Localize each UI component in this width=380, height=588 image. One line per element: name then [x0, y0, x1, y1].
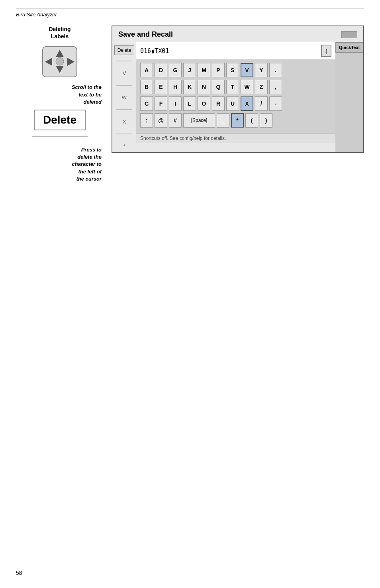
- key-B[interactable]: B: [140, 80, 153, 94]
- key-dash[interactable]: -: [269, 96, 282, 111]
- key-Z[interactable]: Z: [255, 80, 268, 94]
- key-T[interactable]: T: [226, 80, 239, 94]
- status-bar: Shortcuts off. See config/help for detai…: [136, 133, 335, 143]
- key-Q[interactable]: Q: [212, 80, 225, 94]
- key-A[interactable]: A: [140, 63, 153, 77]
- key-at[interactable]: @: [155, 113, 167, 128]
- input-text[interactable]: 016▮TX01: [140, 47, 169, 55]
- page-number: 58: [16, 570, 22, 576]
- key-slash[interactable]: /: [255, 96, 268, 111]
- top-rule: [16, 8, 364, 8]
- key-lparen[interactable]: (: [245, 113, 258, 128]
- keyboard-row-3: C F I L O R U X / -: [140, 96, 331, 111]
- side-delete-button[interactable]: Delete: [114, 45, 134, 55]
- key-F[interactable]: F: [155, 96, 167, 111]
- side-label-w: W: [122, 94, 127, 100]
- keyboard-row-2: B E H K N Q T W Z ,: [140, 80, 331, 94]
- press-instruction: Press to delete the character to the lef…: [16, 146, 104, 183]
- key-J[interactable]: J: [183, 63, 196, 77]
- left-column: Deleting Labels: [16, 26, 104, 183]
- dialog-body: Delete V W X: [112, 42, 363, 152]
- key-asterisk[interactable]: *: [231, 113, 244, 128]
- spacer-2: [116, 85, 132, 86]
- side-label-v: V: [123, 70, 126, 76]
- key-I[interactable]: I: [169, 96, 182, 111]
- spacer-4: [116, 134, 132, 134]
- input-row: 016▮TX01 ↕: [136, 42, 335, 60]
- key-H[interactable]: H: [169, 80, 182, 94]
- key-K[interactable]: K: [183, 80, 196, 94]
- divider-line: [32, 136, 88, 137]
- page-container: Bird Site Analyzer Deleting Labels: [0, 0, 380, 588]
- page-header: Bird Site Analyzer: [16, 12, 364, 18]
- key-M[interactable]: M: [198, 63, 210, 77]
- key-W[interactable]: W: [241, 80, 253, 94]
- side-label-star: *: [123, 143, 125, 149]
- delete-button-label: Delete: [43, 114, 76, 126]
- key-P[interactable]: P: [212, 63, 225, 77]
- key-hash[interactable]: #: [169, 113, 182, 128]
- key-X[interactable]: X: [241, 96, 253, 111]
- key-V[interactable]: V: [241, 63, 253, 77]
- dialog-title-bar: Save and Recall: [112, 26, 363, 42]
- delete-button-visual[interactable]: Delete: [34, 110, 86, 130]
- status-text: Shortcuts off. See config/help for detai…: [140, 136, 226, 141]
- key-G[interactable]: G: [169, 63, 182, 77]
- quicktext-button[interactable]: QuickText: [335, 42, 363, 53]
- dialog-title: Save and Recall: [118, 30, 173, 39]
- keyboard-grid: A D G J M P S V Y .: [136, 60, 335, 133]
- keyboard-panel: 016▮TX01 ↕ A D G J M: [136, 42, 335, 152]
- right-column: Save and Recall Delete V: [112, 26, 364, 183]
- header-title: Bird Site Analyzer: [16, 12, 57, 18]
- key-C[interactable]: C: [140, 96, 153, 111]
- key-comma[interactable]: ,: [269, 80, 282, 94]
- key-rparen[interactable]: ): [260, 113, 272, 128]
- dialog-scroll-indicator: [341, 31, 357, 38]
- quicktext-column: QuickText: [335, 42, 363, 152]
- key-E[interactable]: E: [155, 80, 167, 94]
- key-Y[interactable]: Y: [255, 63, 268, 77]
- sort-icon[interactable]: ↕: [321, 45, 331, 57]
- key-dot[interactable]: .: [269, 63, 282, 77]
- side-label-x: X: [123, 119, 126, 125]
- key-U[interactable]: U: [226, 96, 239, 111]
- key-L[interactable]: L: [183, 96, 196, 111]
- key-O[interactable]: O: [198, 96, 210, 111]
- key-colon[interactable]: :: [140, 113, 153, 128]
- dialog-box: Save and Recall Delete V: [112, 26, 364, 153]
- nav-arrows: [42, 46, 78, 78]
- spacer-1: [116, 61, 132, 61]
- keyboard-row-1: A D G J M P S V Y .: [140, 63, 331, 77]
- scroll-instruction: Scroll to the text to be deleted: [16, 84, 104, 106]
- page-footer: 58: [16, 570, 22, 576]
- key-N[interactable]: N: [198, 80, 210, 94]
- key-space[interactable]: [Space]: [183, 113, 215, 128]
- spacer-3: [116, 109, 132, 110]
- key-S[interactable]: S: [226, 63, 239, 77]
- keyboard-row-4: : @ # [Space] _ * ( ): [140, 113, 331, 128]
- key-D[interactable]: D: [155, 63, 167, 77]
- side-controls: Delete V W X: [112, 42, 136, 152]
- main-content: Deleting Labels: [16, 26, 364, 183]
- key-underscore[interactable]: _: [217, 113, 229, 128]
- center-button[interactable]: [56, 57, 64, 65]
- section-title: Deleting Labels: [49, 26, 71, 40]
- key-R[interactable]: R: [212, 96, 225, 111]
